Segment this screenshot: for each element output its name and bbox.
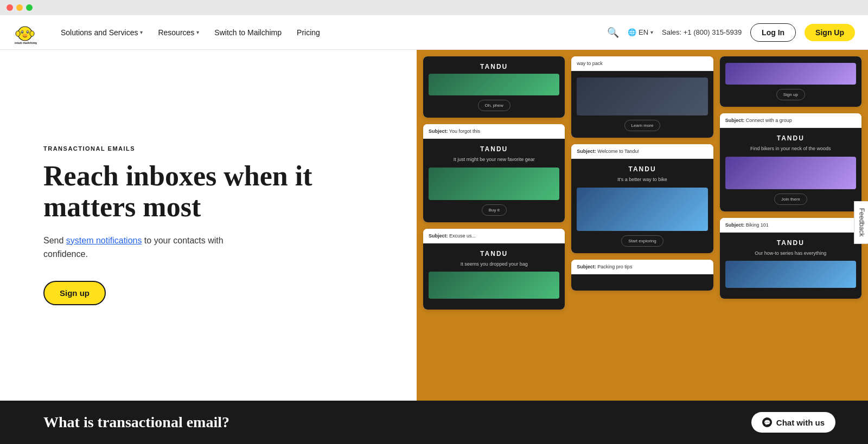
email-image [577, 78, 707, 115]
svg-point-8 [27, 31, 28, 33]
hero-title: Reach inboxes when it matters most [43, 160, 384, 222]
logo[interactable]: intuit mailchimp [13, 21, 37, 44]
email-card-4: Subject: Packing pro tips [571, 260, 713, 291]
email-card-3: Subject: Welcome to Tandu! TANDU It's a … [571, 144, 713, 253]
chevron-down-icon: ▾ [140, 29, 143, 35]
search-icon[interactable]: 🔍 [607, 27, 619, 38]
minimize-button[interactable] [16, 4, 23, 11]
email-card-1: Subject: You forgot this TANDU It just m… [423, 124, 565, 222]
email-showcase: TANDU Oh, phew Subject: You forgot this … [417, 50, 868, 401]
email-image [725, 157, 856, 189]
email-image [429, 272, 559, 299]
navbar: intuit mailchimp Solutions and Services … [0, 15, 868, 50]
maximize-button[interactable] [26, 4, 33, 11]
login-button[interactable]: Log In [750, 23, 796, 42]
chat-label: Chat with us [776, 418, 825, 427]
svg-point-4 [30, 31, 34, 36]
chevron-down-icon: ▾ [196, 29, 199, 35]
main-content: TRANSACTIONAL EMAILS Reach inboxes when … [0, 50, 868, 401]
email-cta-button[interactable]: Sign up [776, 89, 805, 100]
email-col-1: TANDU Oh, phew Subject: You forgot this … [423, 56, 565, 394]
system-notifications-link[interactable]: system notifications [66, 236, 142, 245]
email-col-3: Sign up Subject: Connect with a group TA… [720, 56, 861, 394]
hero-section: TRANSACTIONAL EMAILS Reach inboxes when … [0, 50, 417, 401]
globe-icon: 🌐 [628, 28, 636, 36]
email-subject: Subject: Welcome to Tandu! [571, 144, 713, 159]
nav-item-solutions[interactable]: Solutions and Services ▾ [54, 24, 149, 41]
close-button[interactable] [7, 4, 13, 11]
feedback-tab[interactable]: Feedback [854, 201, 868, 243]
email-col-2: way to pack Learn more Subject: Welcome … [571, 56, 713, 394]
mailchimp-logo-icon: intuit mailchimp [13, 21, 37, 44]
section-label: TRANSACTIONAL EMAILS [43, 145, 384, 152]
email-card-top-3: Sign up [720, 56, 861, 107]
email-card-top-2: way to pack Learn more [571, 56, 713, 138]
email-cta-button[interactable]: Join them [774, 194, 807, 205]
svg-point-3 [16, 31, 20, 36]
email-body-text: It seems you dropped your bag [429, 261, 559, 268]
email-card-5: Subject: Connect with a group TANDU Find… [720, 113, 861, 211]
email-subject: Subject: Biking 101 [720, 218, 861, 233]
signup-hero-button[interactable]: Sign up [43, 281, 106, 305]
email-body-text: It just might be your new favorite gear [429, 156, 559, 163]
phone-number: Sales: +1 (800) 315-5939 [662, 28, 742, 36]
footer-title: What is transactional email? [43, 414, 229, 431]
svg-point-7 [22, 31, 23, 33]
svg-text:intuit mailchimp: intuit mailchimp [15, 41, 37, 44]
signup-nav-button[interactable]: Sign Up [805, 24, 855, 41]
email-cta-button[interactable]: Oh, phew [478, 100, 510, 111]
chevron-down-icon: ▾ [650, 29, 653, 35]
hero-description: Send system notifications to your contac… [43, 234, 250, 261]
email-card-top-1: TANDU Oh, phew [423, 56, 565, 118]
email-subject: Subject: Excuse us... [423, 229, 565, 243]
email-subject: Subject: You forgot this [423, 124, 565, 139]
email-subject: Subject: Connect with a group [720, 113, 861, 128]
email-image [429, 168, 559, 200]
email-image [577, 188, 707, 231]
nav-item-switch[interactable]: Switch to Mailchimp [208, 24, 288, 41]
email-subject: Subject: Packing pro tips [571, 260, 713, 274]
email-cta-button[interactable]: Buy it [482, 204, 507, 216]
nav-links: Solutions and Services ▾ Resources ▾ Swi… [54, 24, 607, 41]
window-chrome [0, 0, 868, 15]
language-selector[interactable]: 🌐 EN ▾ [628, 28, 653, 36]
emails-grid: TANDU Oh, phew Subject: You forgot this … [417, 50, 868, 401]
nav-item-pricing[interactable]: Pricing [290, 24, 327, 41]
email-body-text: Our how-to series has everything [725, 250, 856, 257]
email-body-text: It's a better way to bike [577, 176, 707, 183]
chat-button[interactable]: 💬 Chat with us [751, 412, 835, 433]
email-image [725, 261, 856, 288]
nav-right: 🔍 🌐 EN ▾ Sales: +1 (800) 315-5939 Log In… [607, 23, 855, 42]
chat-icon: 💬 [762, 417, 772, 427]
email-card-6: Subject: Biking 101 TANDU Our how-to ser… [720, 218, 861, 299]
footer-bar: What is transactional email? 💬 Chat with… [0, 401, 868, 444]
email-image [429, 74, 559, 95]
email-card-2: Subject: Excuse us... TANDU It seems you… [423, 229, 565, 310]
email-image [725, 63, 856, 85]
nav-item-resources[interactable]: Resources ▾ [151, 24, 206, 41]
email-cta-button[interactable]: Learn more [624, 120, 661, 131]
email-cta-button[interactable]: Start exploring [621, 235, 663, 247]
email-body-text: Find bikers in your neck of the woods [725, 145, 856, 152]
email-subject: way to pack [571, 56, 713, 71]
